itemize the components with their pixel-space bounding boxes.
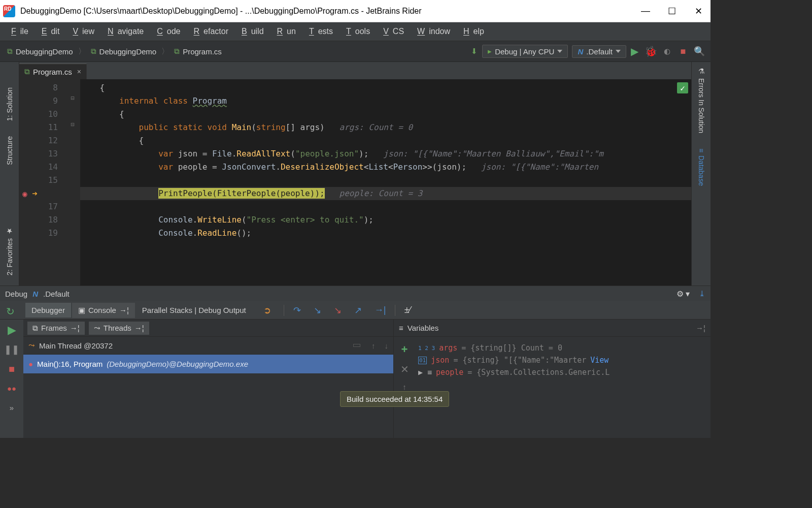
tab-frames[interactable]: ⧉ Frames →¦ [27, 322, 85, 335]
navigation-toolbar: ⧉ DebuggingDemo〉⧉ DebuggingDemo〉⧉ Progra… [0, 41, 710, 62]
frame-method: Main():16, Program [37, 360, 103, 368]
debug-left-buttons: ▶ ❚❚ ■ ●● » [0, 320, 23, 438]
run-target-label: .Default [586, 47, 613, 56]
up-icon[interactable]: ↑ [402, 383, 407, 391]
show-exec-point-icon[interactable]: ➲ [263, 305, 275, 316]
inspection-ok-icon[interactable]: ✓ [677, 82, 688, 93]
stop-button[interactable]: ■ [6, 363, 17, 374]
menu-help[interactable]: Help [455, 25, 488, 38]
variables-panel: ≡ Variables →¦ + ✕ ↑ ▶ 1 2 3 args = {str… [394, 320, 710, 438]
tab-label: Program.cs [33, 68, 72, 76]
menu-code[interactable]: Code [149, 25, 184, 38]
debug-button[interactable]: 🐞 [646, 46, 656, 56]
step-out-icon[interactable]: ↗ [354, 305, 365, 316]
variable-row[interactable]: ▶ ≡ people = {System.Collections.Generic… [418, 366, 707, 378]
debug-title: Debug [5, 290, 27, 298]
more-button[interactable]: » [6, 402, 17, 413]
gear-icon[interactable]: ⚙ ▾ [676, 289, 690, 299]
menu-navigate[interactable]: Navigate [99, 25, 148, 38]
stop-button[interactable]: ■ [678, 46, 688, 56]
remove-watch-icon[interactable]: ✕ [400, 363, 409, 375]
tool-database[interactable]: ≡ Database [697, 148, 705, 186]
step-into-icon[interactable]: ↘ [314, 305, 325, 316]
menu-vcs[interactable]: VCS [375, 25, 408, 38]
window-titlebar: DebuggingDemo [C:\Users\maart\Desktop\De… [0, 0, 710, 22]
debug-tabs: ↻ Debugger ▣ Console →¦ Parallel Stacks … [0, 301, 710, 320]
tab-console[interactable]: ▣ Console →¦ [72, 303, 135, 318]
breadcrumb[interactable]: ⧉ DebuggingDemo [87, 47, 161, 56]
pin-icon[interactable]: →¦ [696, 324, 705, 332]
close-icon[interactable]: × [77, 68, 81, 76]
add-watch-icon[interactable]: + [401, 343, 408, 356]
editor-tabs: ⧉ Program.cs × [19, 62, 691, 79]
build-tooltip: Build succeeded at 14:35:54 [340, 391, 449, 407]
run-target-combo[interactable]: N .Default [572, 45, 626, 58]
force-step-into-icon[interactable]: ↘ [334, 305, 345, 316]
tool-solution[interactable]: 1: Solution [6, 87, 14, 121]
step-controls: ➲ ↷ ↘ ↘ ↗ →| ±⁄ [263, 305, 416, 316]
build-icon[interactable]: ⬇ [469, 46, 479, 56]
thread-selector[interactable]: ⤳ Main Thread @20372 ↑ ↓ [23, 337, 393, 355]
frames-panel: ⧉ Frames →¦ ⤳ Threads →¦ ⤳ Main Thread @… [23, 320, 394, 438]
download-icon[interactable]: ⤓ [699, 289, 705, 298]
menu-window[interactable]: Window [409, 25, 454, 38]
tab-program-cs[interactable]: ⧉ Program.cs × [19, 64, 87, 79]
breadcrumb[interactable]: ⧉ DebuggingDemo [3, 47, 77, 56]
close-button[interactable]: ✕ [693, 6, 703, 16]
run-to-cursor-icon[interactable]: →| [375, 305, 386, 316]
tab-parallel-stacks[interactable]: Parallel Stacks | Debug Output [136, 303, 252, 318]
debug-config: .Default [43, 290, 70, 298]
window-title: DebuggingDemo [C:\Users\maart\Desktop\De… [20, 7, 640, 16]
tab-threads[interactable]: ⤳ Threads →¦ [89, 322, 149, 335]
breakpoints-button[interactable]: ●● [6, 383, 17, 394]
main-area: 1: Solution Structure 2: Favorites ★ ⧉ P… [0, 62, 710, 285]
build-config-combo[interactable]: ▸ Debug | Any CPU [482, 45, 568, 58]
frame-row-selected[interactable]: ● Main():16, Program (DebuggingDemo)@Deb… [23, 355, 393, 373]
debug-header: Debug N .Default ⚙ ▾ ⤓ [0, 286, 710, 301]
tool-favorites[interactable]: 2: Favorites ★ [6, 227, 14, 275]
coverage-button[interactable]: ◐ [662, 46, 672, 56]
menu-tools[interactable]: Tools [338, 25, 374, 38]
step-over-icon[interactable]: ↷ [293, 305, 304, 316]
tool-errors[interactable]: ⚗ Errors In Solution [697, 67, 705, 133]
chevron-down-icon[interactable] [353, 344, 360, 347]
minimize-button[interactable]: — [640, 6, 651, 16]
tab-debugger[interactable]: Debugger [25, 303, 71, 318]
resume-button[interactable]: ▶ [6, 325, 17, 336]
variable-row[interactable]: 1 2 3 args = {string[]} Count = 0 [418, 342, 707, 354]
menu-build[interactable]: Build [233, 25, 268, 38]
menu-edit[interactable]: Edit [33, 25, 64, 38]
maximize-button[interactable]: ☐ [667, 6, 677, 16]
nav-up-icon[interactable]: ↑ [371, 341, 376, 350]
breadcrumb[interactable]: ⧉ Program.cs [170, 47, 226, 56]
search-icon[interactable]: 🔍 [694, 46, 704, 56]
frame-module: (DebuggingDemo)@DebuggingDemo.exe [107, 360, 248, 368]
run-button[interactable]: ▶ [629, 46, 639, 56]
menu-tests[interactable]: Tests [301, 25, 337, 38]
evaluate-icon[interactable]: ±⁄ [404, 305, 416, 316]
variable-row[interactable]: 01 json = {string} "[{"Name":"MaarterVie… [418, 354, 707, 366]
thread-label: Main Thread @20372 [39, 341, 113, 350]
editor-area: ⧉ Program.cs × 89101112131415◉ ➔171819 ⊟… [19, 62, 691, 285]
menu-bar: FileEditViewNavigateCodeRefactorBuildRun… [0, 22, 710, 41]
menu-refactor[interactable]: Refactor [185, 25, 232, 38]
tool-structure[interactable]: Structure [6, 136, 14, 165]
build-config-label: Debug | Any CPU [495, 47, 554, 56]
debug-tool-window: Debug N .Default ⚙ ▾ ⤓ ↻ Debugger ▣ Cons… [0, 285, 710, 438]
variables-title: Variables [408, 324, 438, 332]
right-tool-strip: ⚗ Errors In Solution ≡ Database [691, 62, 710, 285]
app-icon [3, 5, 15, 17]
pause-button[interactable]: ❚❚ [6, 344, 17, 355]
menu-run[interactable]: Run [269, 25, 300, 38]
menu-file[interactable]: File [3, 25, 32, 38]
nav-down-icon[interactable]: ↓ [385, 341, 389, 350]
menu-view[interactable]: View [64, 25, 98, 38]
left-tool-strip: 1: Solution Structure 2: Favorites ★ [0, 62, 19, 285]
rerun-icon[interactable]: ↻ [6, 305, 15, 318]
code-editor[interactable]: 89101112131415◉ ➔171819 ⊟⊟ { internal cl… [19, 79, 691, 285]
